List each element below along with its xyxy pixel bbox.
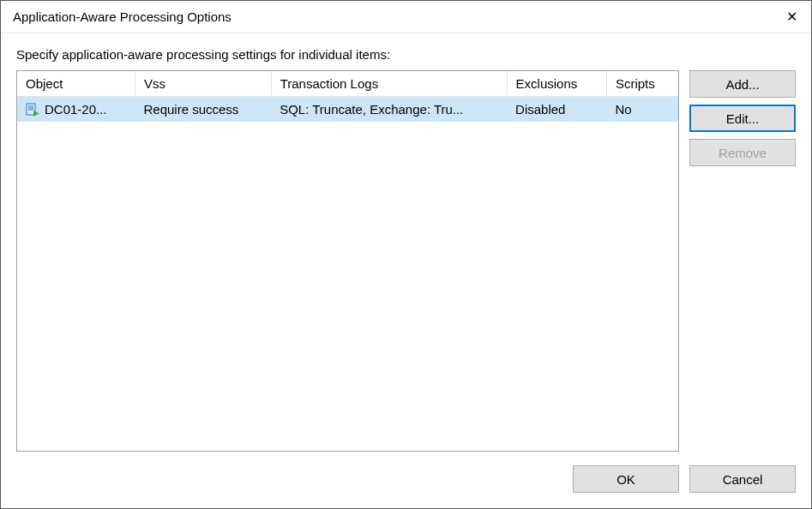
window-title: Application-Aware Processing Options [13, 9, 232, 24]
instruction-text: Specify application-aware processing set… [16, 47, 796, 62]
edit-button[interactable]: Edit... [689, 105, 796, 132]
vm-icon [26, 103, 39, 117]
table-header-row: Object Vss Transaction Logs Exclusions S… [17, 71, 678, 97]
col-scripts[interactable]: Scripts [606, 71, 678, 97]
items-table-frame: Object Vss Transaction Logs Exclusions S… [16, 70, 679, 452]
col-txlogs[interactable]: Transaction Logs [271, 71, 507, 97]
dialog-window: Application-Aware Processing Options ✕ S… [0, 0, 812, 509]
content-area: Specify application-aware processing set… [1, 33, 811, 452]
add-button[interactable]: Add... [689, 70, 796, 98]
cell-vss: Require success [135, 97, 271, 123]
close-button[interactable]: ✕ [772, 1, 811, 33]
cell-txlogs: SQL: Truncate, Exchange: Tru... [271, 97, 507, 123]
ok-button[interactable]: OK [573, 465, 679, 493]
col-exclusions[interactable]: Exclusions [507, 71, 606, 97]
side-buttons: Add... Edit... Remove [689, 70, 796, 452]
close-icon: ✕ [786, 9, 797, 25]
cell-object: DC01-20... [17, 97, 135, 123]
col-object[interactable]: Object [17, 71, 135, 97]
svg-marker-4 [33, 111, 39, 117]
titlebar: Application-Aware Processing Options ✕ [1, 1, 811, 33]
footer: OK Cancel [1, 452, 811, 508]
table-row[interactable]: DC01-20... Require success SQL: Truncate… [17, 97, 678, 123]
col-vss[interactable]: Vss [135, 71, 271, 97]
main-area: Object Vss Transaction Logs Exclusions S… [16, 70, 796, 452]
remove-button: Remove [689, 139, 796, 166]
cell-object-text: DC01-20... [45, 102, 107, 117]
cancel-button[interactable]: Cancel [689, 465, 796, 493]
cell-scripts: No [606, 97, 678, 123]
items-table: Object Vss Transaction Logs Exclusions S… [17, 71, 678, 122]
cell-exclusions: Disabled [507, 97, 606, 123]
